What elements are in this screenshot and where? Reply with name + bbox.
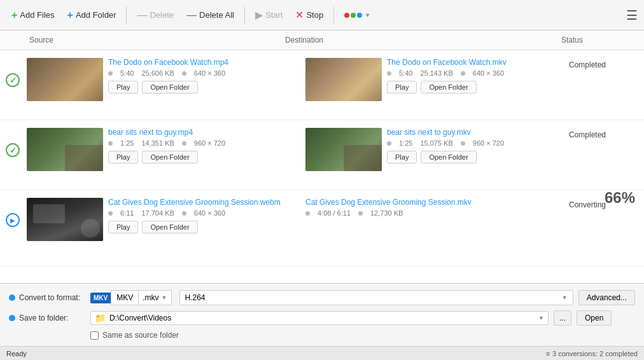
dest-info-row3: Cat Gives Dog Extensive Grooming Session… — [305, 198, 561, 221]
convert-format-label-text: Convert to format: — [19, 293, 80, 302]
conversions-text: 3 conversions: 2 completed — [552, 350, 638, 357]
open-folder-source-row3[interactable]: Open Folder — [142, 221, 197, 233]
hamburger-menu-button[interactable]: ☰ — [626, 8, 638, 23]
same-source-checkbox[interactable] — [90, 331, 99, 340]
separator-1 — [126, 6, 127, 24]
format-ext-dropdown[interactable]: .mkv ▼ — [138, 290, 171, 305]
add-folder-icon: + — [67, 10, 73, 21]
open-folder-button[interactable]: Open — [577, 310, 612, 326]
table-row: Cat Gives Dog Extensive Grooming Session… — [0, 190, 644, 267]
play-source-row3[interactable]: Play — [108, 221, 138, 233]
status-ready: Ready — [6, 350, 27, 357]
source-filename-row2[interactable]: bear sits next to guy.mp4 — [108, 128, 298, 137]
codec-value: H.264 — [185, 293, 206, 302]
source-filename-row1[interactable]: The Dodo on Facebook Watch.mp4 — [108, 58, 298, 67]
completed-icon-row1 — [6, 73, 20, 87]
completed-icon-row2 — [6, 143, 20, 157]
dest-duration-row1: 5:40 — [399, 69, 412, 77]
folder-input-wrap[interactable]: 📁 ▼ — [90, 311, 549, 325]
meta-dot-6 — [182, 211, 186, 216]
play-dest-row2[interactable]: Play — [387, 151, 417, 163]
add-folder-button[interactable]: + Add Folder — [62, 7, 122, 24]
dest-info-row1: The Dodo on Facebook Watch.mkv 5:40 25,1… — [387, 58, 561, 93]
status-icon-row1 — [3, 55, 23, 87]
open-folder-source-row2[interactable]: Open Folder — [142, 151, 197, 163]
play-source-row2[interactable]: Play — [108, 151, 138, 163]
source-thumbnail-row3 — [27, 198, 103, 241]
source-size-row1: 25,606 KB — [141, 69, 174, 77]
browse-button[interactable]: ... — [554, 310, 571, 326]
convert-dot — [9, 294, 15, 301]
delete-icon: — — [137, 10, 147, 21]
meta-dot-4 — [182, 141, 186, 146]
folder-path-input[interactable] — [109, 314, 538, 322]
dest-meta-row1: 5:40 25,143 KB 640 × 360 — [387, 69, 561, 77]
source-filename-row3[interactable]: Cat Gives Dog Extensive Grooming Session… — [108, 198, 298, 207]
bottom-panel: Convert to format: MKV MKV .mkv ▼ H.264 … — [0, 283, 644, 346]
col-source-header: Source — [6, 33, 285, 47]
delete-all-button[interactable]: — Delete All — [181, 7, 239, 24]
status-icon-row3 — [3, 195, 23, 227]
advanced-button[interactable]: Advanced... — [578, 290, 635, 305]
dest-meta-row3: 4:08 / 6:11 12,730 KB — [305, 209, 561, 217]
file-list: The Dodo on Facebook Watch.mp4 5:40 25,6… — [0, 50, 644, 283]
separator-2 — [244, 6, 245, 24]
status-label-row1: Completed — [565, 55, 641, 74]
source-cell-row2: bear sits next to guy.mp4 1:25 14,351 KB… — [23, 125, 302, 174]
more-options-button[interactable]: ▼ — [339, 10, 375, 21]
meta-dot-1 — [108, 71, 113, 76]
dest-actions-row2: Play Open Folder — [387, 151, 561, 163]
stop-icon: ✕ — [295, 9, 304, 21]
dest-cell-row1: The Dodo on Facebook Watch.mkv 5:40 25,1… — [302, 55, 565, 104]
stop-label: Stop — [306, 10, 323, 20]
delete-button[interactable]: — Delete — [132, 7, 179, 24]
status-text-row3: Converting — [569, 200, 606, 209]
dest-resolution-row1: 640 × 360 — [473, 69, 504, 77]
save-dot — [9, 315, 15, 321]
dest-filename-row2[interactable]: bear sits next to guy.mkv — [387, 128, 561, 137]
source-meta-row3: 6:11 17,704 KB 640 × 360 — [108, 209, 298, 217]
converting-icon-row3 — [6, 213, 20, 227]
codec-dropdown[interactable]: H.264 ▼ — [179, 290, 573, 305]
start-button[interactable]: ▶ Start — [250, 6, 288, 24]
source-cell-row1: The Dodo on Facebook Watch.mp4 5:40 25,6… — [23, 55, 302, 104]
add-files-label: Add Files — [20, 10, 54, 20]
status-text-row1: Completed — [569, 60, 606, 69]
open-folder-source-row1[interactable]: Open Folder — [142, 81, 197, 93]
main-panel: Source Destination Status The Dodo on Fa… — [0, 31, 644, 283]
source-actions-row2: Play Open Folder — [108, 151, 298, 163]
add-files-button[interactable]: + Add Files — [6, 7, 60, 24]
conversions-info: ≡ 3 conversions: 2 completed — [546, 350, 638, 357]
save-folder-label-text: Save to folder: — [19, 314, 68, 322]
source-info-row1: The Dodo on Facebook Watch.mp4 5:40 25,6… — [108, 58, 298, 93]
stop-button[interactable]: ✕ Stop — [290, 6, 328, 24]
dest-size-row3: 12,730 KB — [370, 209, 403, 217]
dest-meta-row2: 1:25 15,075 KB 960 × 720 — [387, 139, 561, 147]
source-cell-row3: Cat Gives Dog Extensive Grooming Session… — [23, 195, 302, 244]
open-folder-dest-row2[interactable]: Open Folder — [421, 151, 476, 163]
start-label: Start — [265, 10, 283, 20]
more-dots-icon — [344, 13, 362, 18]
dest-meta-dot-2 — [461, 71, 465, 76]
table-header: Source Destination Status — [0, 31, 644, 50]
status-label-row3: Converting 66% — [565, 195, 641, 214]
source-actions-row3: Play Open Folder — [108, 221, 298, 233]
dest-filename-row1[interactable]: The Dodo on Facebook Watch.mkv — [387, 58, 561, 67]
status-icon-row2 — [3, 125, 23, 157]
convert-format-label: Convert to format: — [9, 293, 85, 302]
status-text-row2: Completed — [569, 130, 606, 139]
meta-dot-5 — [108, 211, 113, 216]
dest-info-row2: bear sits next to guy.mkv 1:25 15,075 KB… — [387, 128, 561, 163]
table-row: bear sits next to guy.mp4 1:25 14,351 KB… — [0, 120, 644, 190]
source-size-row3: 17,704 KB — [141, 209, 174, 217]
open-folder-dest-row1[interactable]: Open Folder — [421, 81, 476, 93]
source-thumb-row3: Cat Gives Dog Extensive Grooming Session… — [27, 198, 298, 241]
play-dest-row1[interactable]: Play — [387, 81, 417, 93]
dest-meta-dot-6 — [358, 211, 363, 216]
source-info-row2: bear sits next to guy.mp4 1:25 14,351 KB… — [108, 128, 298, 163]
play-source-row1[interactable]: Play — [108, 81, 138, 93]
same-source-row: Same as source folder — [9, 331, 635, 340]
dest-filename-row3[interactable]: Cat Gives Dog Extensive Grooming Session… — [305, 198, 561, 207]
source-thumbnail-row1 — [27, 58, 103, 101]
dest-duration-progress-row3: 4:08 / 6:11 — [318, 209, 351, 217]
